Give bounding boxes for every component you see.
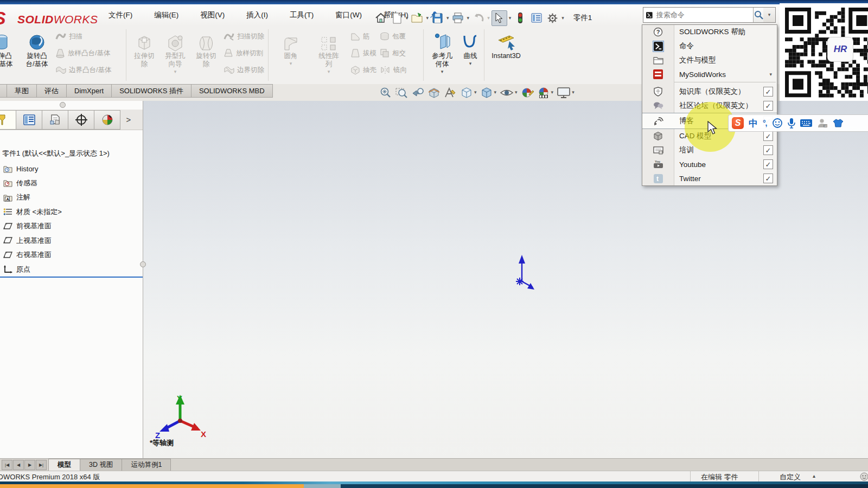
new-dropdown-arrow[interactable]: ▾ xyxy=(406,16,409,21)
tree-item-origin[interactable]: 原点 xyxy=(0,262,143,277)
menu-item-knowledge-base[interactable]: 知识库（仅限英文） ✓ xyxy=(642,85,777,99)
search-go-button[interactable] xyxy=(753,8,764,22)
status-custom-arrow[interactable]: ▴ xyxy=(813,473,815,479)
tab-propertymanager[interactable] xyxy=(16,110,42,130)
tree-item-annotations[interactable]: A 注解 xyxy=(0,190,143,205)
select-dropdown-arrow[interactable]: ▾ xyxy=(509,16,512,21)
menu-tools[interactable]: 工具(T) xyxy=(279,4,324,26)
revolved-boss-base-button[interactable]: 旋转凸 台/基体 xyxy=(21,28,53,82)
previous-view-button[interactable] xyxy=(411,87,424,98)
status-tray-icon[interactable] xyxy=(859,472,868,481)
ime-voice-button[interactable] xyxy=(788,118,795,129)
print-dropdown-arrow[interactable]: ▾ xyxy=(467,16,470,21)
tree-item-front-plane[interactable]: 前视基准面 xyxy=(0,219,143,234)
reference-geometry-arrow[interactable]: ▾ xyxy=(441,69,444,74)
tab-displaymanager[interactable] xyxy=(94,110,120,130)
menu-item-commands[interactable]: 命令 xyxy=(642,39,777,53)
mysolidworks-arrow[interactable]: ▾ xyxy=(769,72,772,77)
print-button[interactable] xyxy=(451,11,465,25)
tab-evaluate[interactable]: 评估 xyxy=(36,84,67,98)
panel-splitter-grip-side[interactable] xyxy=(140,261,146,267)
training-checkbox[interactable]: ✓ xyxy=(763,145,773,155)
menu-item-youtube[interactable]: You Youtube ✓ xyxy=(642,157,777,171)
save-button[interactable] xyxy=(430,11,445,25)
tab-scroll-next-button[interactable]: ▶ xyxy=(24,460,35,470)
apply-scene-button[interactable]: ▾ xyxy=(537,86,554,99)
tab-dimxpert[interactable]: DimXpert xyxy=(66,84,112,98)
ime-language-mode-button[interactable]: 中 xyxy=(749,117,758,130)
edit-appearance-button[interactable] xyxy=(521,86,534,99)
menu-item-files-models[interactable]: 文件与模型 xyxy=(642,53,777,67)
tab-sketch[interactable]: 草图 xyxy=(7,84,37,98)
ime-emoji-button[interactable] xyxy=(772,118,783,129)
command-search-box[interactable] xyxy=(643,7,764,23)
tab-motion-study[interactable]: 运动算例1 xyxy=(122,459,171,471)
zoom-area-button[interactable] xyxy=(395,87,408,99)
open-button[interactable] xyxy=(410,11,425,25)
menu-insert[interactable]: 插入(I) xyxy=(235,4,279,26)
menu-item-mysolidworks[interactable]: MySolidWorks ▾ xyxy=(642,67,777,81)
rollback-bar[interactable] xyxy=(0,277,143,278)
options-button[interactable] xyxy=(545,11,560,25)
search-dropdown-button[interactable]: ▾ xyxy=(763,7,776,23)
ime-punctuation-button[interactable]: °, xyxy=(763,119,767,127)
twitter-checkbox[interactable]: ✓ xyxy=(763,174,773,183)
tab-configurationmanager[interactable] xyxy=(42,110,68,130)
menu-file[interactable]: 文件(F) xyxy=(98,4,143,26)
ime-skin-button[interactable] xyxy=(833,118,844,128)
open-dropdown-arrow[interactable]: ▾ xyxy=(426,16,429,21)
menu-item-twitter[interactable]: t Twitter ✓ xyxy=(642,171,777,185)
tab-scroll-last-button[interactable]: ▶| xyxy=(36,460,47,470)
view-settings-button[interactable]: ▾ xyxy=(557,87,575,99)
status-custom-button[interactable]: 自定义 xyxy=(780,472,801,482)
instant3d-button[interactable]: Instant3D xyxy=(488,28,524,82)
cad-models-checkbox[interactable]: ✓ xyxy=(763,131,773,141)
hide-show-items-button[interactable]: ▾ xyxy=(500,87,518,98)
reference-geometry-button[interactable]: 参考几 何体 ▾ xyxy=(427,28,457,82)
tab-mbd[interactable]: SOLIDWORKS MBD xyxy=(191,84,273,98)
tab-scroll-prev-button[interactable]: ◀ xyxy=(13,460,24,470)
ime-keyboard-button[interactable] xyxy=(800,119,812,127)
tree-item-history[interactable]: History xyxy=(0,162,143,176)
view-orientation-button[interactable]: ▾ xyxy=(460,86,477,99)
ime-logo-button[interactable]: S xyxy=(732,117,744,129)
panel-splitter-grip-top[interactable] xyxy=(60,102,66,108)
options-dropdown-arrow[interactable]: ▾ xyxy=(561,16,564,21)
panel-tabs-expand-button[interactable]: > xyxy=(120,111,137,129)
section-view-button[interactable] xyxy=(427,87,441,99)
curves-arrow[interactable]: ▾ xyxy=(469,61,472,66)
undo-button[interactable] xyxy=(471,11,486,25)
ime-account-button[interactable]: 10 xyxy=(817,118,828,129)
task-pane-button[interactable] xyxy=(529,11,544,25)
menu-view[interactable]: 视图(V) xyxy=(189,4,235,26)
tree-item-sensors[interactable]: 传感器 xyxy=(0,176,143,191)
tab-scroll-first-button[interactable]: |◀ xyxy=(2,460,12,470)
search-input[interactable] xyxy=(655,10,753,20)
curves-button[interactable]: 曲线 ▾ xyxy=(459,28,482,82)
save-dropdown-arrow[interactable]: ▾ xyxy=(446,16,449,21)
tree-item-right-plane[interactable]: 右视基准面 xyxy=(0,248,143,262)
tab-3d-views[interactable]: 3D 视图 xyxy=(80,459,122,471)
forum-checkbox[interactable]: ✓ xyxy=(763,101,773,111)
select-tool-button[interactable] xyxy=(492,10,507,26)
menu-window[interactable]: 窗口(W) xyxy=(324,4,373,26)
menu-edit[interactable]: 编辑(E) xyxy=(143,4,189,26)
menu-item-help[interactable]: ? SOLIDWORKS 帮助 xyxy=(642,25,777,39)
youtube-checkbox[interactable]: ✓ xyxy=(763,159,773,169)
part-title[interactable]: 零件1 (默认<<默认>_显示状态 1>) xyxy=(2,149,110,158)
tree-item-material[interactable]: 材质 <未指定> xyxy=(0,205,143,220)
zoom-fit-button[interactable] xyxy=(380,87,392,99)
annotation-view-button[interactable] xyxy=(444,87,457,99)
tree-item-top-plane[interactable]: 上视基准面 xyxy=(0,234,143,248)
tab-dimxpertmanager[interactable] xyxy=(68,110,94,130)
tab-model[interactable]: 模型 xyxy=(48,459,80,471)
extruded-boss-base-button[interactable]: 拉伸凸 台/基体 xyxy=(0,28,17,82)
display-style-button[interactable]: ▾ xyxy=(480,86,497,99)
knowledge-base-checkbox[interactable]: ✓ xyxy=(763,87,773,97)
new-document-button[interactable] xyxy=(390,11,404,25)
tab-addins[interactable]: SOLIDWORKS 插件 xyxy=(111,84,192,98)
rebuild-button[interactable] xyxy=(513,11,527,25)
tab-featuremanager[interactable] xyxy=(0,110,16,130)
video-progress-strip[interactable] xyxy=(0,481,868,488)
home-button[interactable] xyxy=(373,11,388,25)
